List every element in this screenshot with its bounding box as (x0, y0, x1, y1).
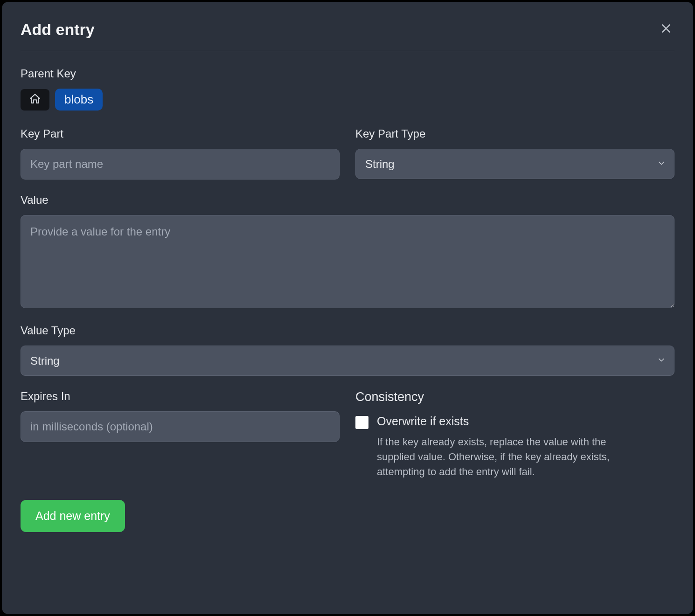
header-divider (21, 51, 674, 51)
overwrite-row: Overwrite if exists If the key already e… (355, 415, 674, 479)
add-new-entry-button[interactable]: Add new entry (21, 500, 125, 532)
overwrite-label-group: Overwrite if exists If the key already e… (377, 415, 638, 479)
key-part-type-column: Key Part Type String (355, 127, 674, 180)
key-part-input[interactable] (21, 149, 340, 180)
key-part-column: Key Part (21, 127, 340, 180)
value-label: Value (21, 194, 674, 207)
key-part-type-label: Key Part Type (355, 127, 674, 140)
key-part-label: Key Part (21, 127, 340, 140)
parent-key-path: blobs (21, 89, 674, 111)
home-icon (29, 93, 41, 107)
parent-key-chip[interactable]: blobs (55, 89, 103, 111)
value-type-select-wrapper: String (21, 346, 674, 376)
value-textarea[interactable] (21, 215, 674, 308)
key-part-type-select[interactable]: String (355, 149, 674, 179)
close-icon (660, 22, 672, 37)
parent-key-section: Parent Key blobs (21, 67, 674, 111)
value-type-label: Value Type (21, 324, 674, 337)
dialog-header: Add entry (21, 21, 674, 39)
dialog-title: Add entry (21, 21, 95, 39)
overwrite-label: Overwrite if exists (377, 415, 638, 428)
expires-in-section: Expires In (21, 390, 340, 479)
key-part-row: Key Part Key Part Type String (21, 127, 674, 180)
expires-consistency-row: Expires In Consistency Overwrite if exis… (21, 390, 674, 479)
value-section: Value (21, 194, 674, 310)
close-button[interactable] (658, 21, 674, 38)
consistency-section: Consistency Overwrite if exists If the k… (355, 390, 674, 479)
value-type-section: Value Type String (21, 324, 674, 376)
parent-key-home-button[interactable] (21, 89, 49, 111)
value-type-select[interactable]: String (21, 346, 674, 376)
parent-key-label: Parent Key (21, 67, 674, 80)
overwrite-checkbox[interactable] (355, 416, 368, 429)
expires-in-label: Expires In (21, 390, 340, 403)
overwrite-description: If the key already exists, replace the v… (377, 435, 638, 479)
expires-in-input[interactable] (21, 411, 340, 442)
add-entry-dialog: Add entry Parent Key blobs (2, 2, 693, 614)
key-part-type-select-wrapper: String (355, 149, 674, 179)
consistency-title: Consistency (355, 390, 674, 404)
